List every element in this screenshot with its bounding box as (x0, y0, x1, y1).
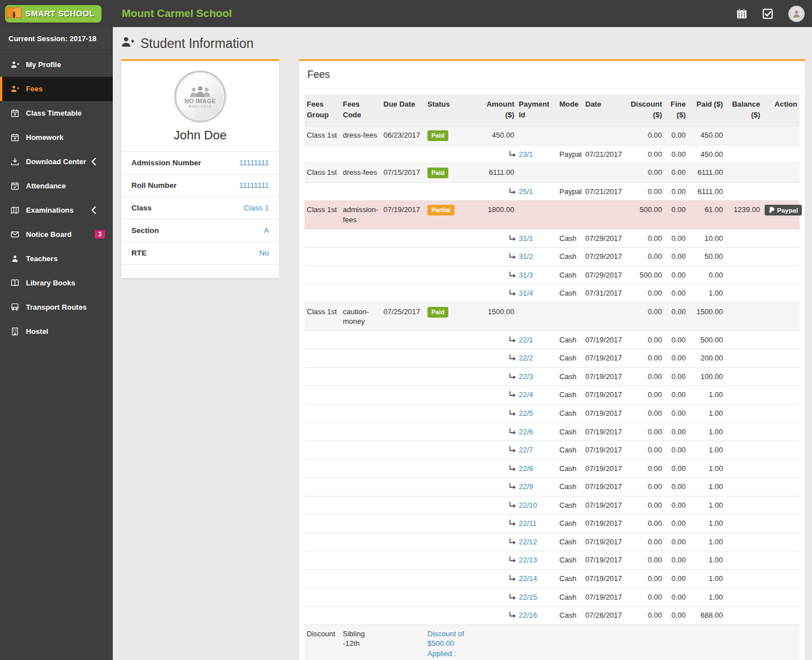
payment-id-link[interactable]: 22/6 (519, 428, 533, 436)
discount-cell: 500.00 (627, 266, 664, 284)
payment-id-cell: 22/14 (517, 569, 557, 588)
sidebar-item-label: Teachers (26, 254, 105, 263)
payment-id-cell: 25/1 (517, 182, 557, 201)
due-date-cell: 07/25/2017 (381, 302, 425, 331)
avatar[interactable] (788, 6, 805, 22)
payment-row: 22/9Cash07/19/20170.000.001.00 (304, 478, 800, 496)
payment-id-link[interactable]: 22/13 (519, 556, 537, 564)
payment-id-link[interactable]: 22/8 (519, 464, 533, 473)
payment-id-link[interactable]: 22/12 (519, 538, 537, 546)
payment-id-link[interactable]: 31/1 (519, 234, 533, 243)
date-cell: 07/19/2017 (583, 441, 627, 460)
student-fields: Admission Number11111111Roll Number11111… (121, 151, 279, 265)
payment-row: 22/12Cash07/19/20170.000.001.00 (304, 533, 800, 551)
paid-cell: 1.00 (688, 533, 725, 551)
payment-id-link[interactable]: 22/2 (519, 354, 533, 362)
fees-group-cell: Class 1st (304, 164, 341, 183)
payment-row: 31/2Cash07/29/20170.000.0050.00 (304, 248, 800, 266)
payment-id-cell: 22/7 (517, 441, 557, 460)
payment-id-link[interactable]: 23/1 (519, 150, 533, 159)
sidebar-item-attendance[interactable]: Attendance (0, 174, 113, 198)
sidebar-item-examinations[interactable]: Examinations (0, 198, 113, 222)
payment-id-cell: 22/2 (517, 349, 557, 368)
status-badge: Paid (427, 307, 448, 318)
sidebar-item-library-books[interactable]: Library Books (0, 271, 113, 295)
column-header-fees-code: Fees Code (341, 94, 381, 126)
payment-row: 22/15Cash07/19/20170.000.001.00 (304, 588, 800, 606)
paypal-button[interactable]: Paypal (765, 205, 802, 215)
payment-id-link[interactable]: 22/5 (519, 409, 533, 417)
paid-cell: 500.00 (688, 331, 725, 349)
user-plus-icon (121, 36, 134, 52)
payment-id-link[interactable]: 22/7 (519, 446, 533, 454)
date-cell: 07/19/2017 (583, 349, 627, 368)
student-photo-wrap: NO IMAGE AVAILABLE (121, 61, 279, 122)
mode-cell: Cash (557, 248, 583, 266)
student-card: NO IMAGE AVAILABLE John Doe Admission Nu… (121, 59, 279, 278)
amount-cell: 1800.00 (479, 201, 517, 229)
payment-id-link[interactable]: 22/11 (519, 519, 537, 527)
header-icons (736, 6, 812, 22)
field-value: Class 1 (244, 204, 269, 212)
sidebar-item-transport-routes[interactable]: Transport Routes (0, 295, 113, 319)
fine-cell: 0.00 (664, 588, 688, 606)
sidebar-item-download-center[interactable]: Download Center (0, 149, 113, 174)
balance-cell: 1239.00 (725, 201, 762, 229)
fees-code-cell: Sibling -12th (341, 624, 381, 660)
fees-table: Fees GroupFees CodeDue DateStatusAmount … (304, 94, 800, 660)
discount-cell: 0.00 (627, 404, 664, 423)
due-date-cell: 07/19/2017 (381, 201, 425, 229)
payment-id-link[interactable]: 22/9 (519, 482, 533, 491)
date-cell: 07/19/2017 (583, 588, 627, 606)
payment-id-link[interactable]: 22/1 (519, 336, 533, 344)
bus-icon (11, 303, 19, 311)
payment-id-link[interactable]: 31/2 (519, 252, 533, 261)
payment-id-link[interactable]: 22/16 (519, 611, 537, 619)
discount-cell: 0.00 (627, 349, 664, 368)
paid-cell: 200.00 (688, 349, 725, 368)
sidebar-item-notice-board[interactable]: Notice Board3 (0, 222, 113, 247)
payment-id-cell: 22/12 (517, 533, 557, 551)
payment-id-link[interactable]: 31/3 (519, 271, 533, 279)
column-header-due-date: Due Date (381, 94, 425, 126)
page-title-text: Student Information (140, 36, 254, 51)
payment-id-cell: 31/3 (517, 266, 557, 284)
amount-cell: 450.00 (479, 126, 517, 145)
calendar-icon[interactable] (736, 8, 747, 19)
discount-cell: 0.00 (627, 533, 664, 551)
payment-id-link[interactable]: 25/1 (519, 187, 533, 196)
fine-cell: 0.00 (664, 386, 688, 404)
payment-row: 22/13Cash07/19/20170.000.001.00 (304, 551, 800, 570)
mode-cell: Cash (557, 266, 583, 284)
payment-id-cell: 22/5 (517, 404, 557, 423)
sidebar-item-my-profile[interactable]: My Profile (0, 52, 113, 77)
payment-id-link[interactable]: 22/15 (519, 593, 537, 601)
date-cell: 07/19/2017 (583, 478, 627, 496)
payment-id-link[interactable]: 31/4 (519, 289, 533, 297)
payment-id-link[interactable]: 22/14 (519, 574, 537, 583)
fine-cell: 0.00 (664, 349, 688, 368)
paid-cell: 1.00 (688, 478, 725, 496)
mode-cell: Cash (557, 478, 583, 496)
payment-id-link[interactable]: 22/4 (519, 390, 533, 399)
field-label: Class (131, 204, 152, 212)
sidebar-item-homework[interactable]: Homework (0, 125, 113, 149)
paid-cell: 1.00 (688, 284, 725, 303)
people-group-icon (188, 85, 212, 97)
due-date-cell: 07/15/2017 (381, 164, 425, 183)
fine-cell: 0.00 (664, 569, 688, 588)
sidebar-item-label: Fees (26, 85, 105, 93)
payment-id-cell: 22/11 (517, 514, 557, 533)
paid-cell: 100.00 (688, 367, 725, 386)
payment-id-link[interactable]: 22/10 (519, 501, 537, 509)
app-logo[interactable]: SMART SCHOOL (0, 5, 113, 23)
payment-id-link[interactable]: 22/3 (519, 372, 533, 381)
sidebar-item-teachers[interactable]: Teachers (0, 247, 113, 271)
paid-cell: 688.00 (688, 606, 725, 625)
sidebar-item-hostel[interactable]: Hostel (0, 319, 113, 344)
session-label: Current Session: 2017-18 (0, 27, 113, 50)
fees-code-cell: caution-money (341, 302, 381, 331)
sidebar-item-fees[interactable]: Fees (0, 77, 113, 101)
sidebar-item-class-timetable[interactable]: Class Timetable (0, 101, 113, 125)
tasks-check-icon[interactable] (762, 8, 773, 19)
